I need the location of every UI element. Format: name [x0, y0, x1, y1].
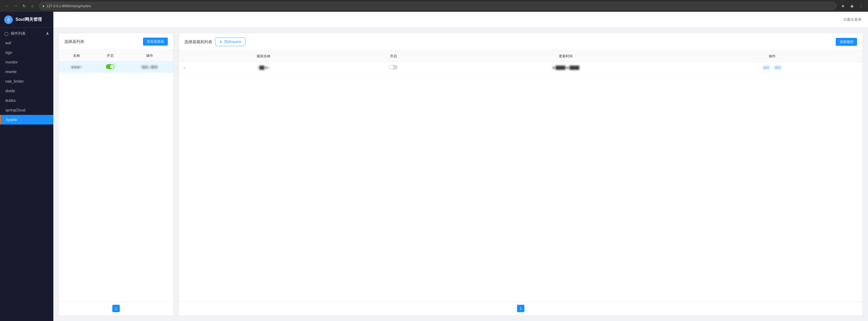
col-update-time: 更新时间 — [450, 51, 682, 62]
sidebar-item-divide[interactable]: divide — [0, 86, 53, 96]
rule-panel-title: 选择器规则列表 — [184, 39, 212, 44]
selector-toggle-cell[interactable] — [94, 62, 126, 73]
col-name: 名称 — [59, 50, 94, 62]
section-label: ◯ 插件列表 — [4, 31, 26, 36]
selector-name-blurred: ■ ■ ■ ▪ — [71, 65, 82, 69]
rule-toggle[interactable] — [389, 65, 398, 70]
rule-expand-cell[interactable]: + — [179, 62, 190, 73]
rule-table: 规则名称 开启 更新时间 操作 + — [179, 51, 862, 73]
rule-pagination: < 1 > — [179, 301, 862, 315]
rule-actions: 编辑 | 删除 — [682, 62, 862, 73]
col-rule-enabled: 开启 — [337, 51, 450, 62]
selector-table: 名称 开启 操作 ■ ■ ■ ▪ — [59, 50, 173, 73]
app-title: Soul网关管理 — [16, 17, 42, 22]
sidebar-item-monitor[interactable]: monitor — [0, 57, 53, 67]
logout-button[interactable]: G退出登录 — [844, 17, 862, 22]
plugin-list-section[interactable]: ◯ 插件列表 ∧ — [0, 28, 53, 38]
refresh-button[interactable]: ↻ — [20, 2, 28, 9]
browser-chrome: ← → ↻ ⌂ ● 127.0.0.1:9095/#/plug/hystrix … — [0, 0, 868, 12]
selector-pagination: < 1 > — [59, 301, 173, 315]
col-expand — [179, 51, 190, 62]
top-bar: G退出登录 — [53, 12, 868, 28]
bookmark-icon[interactable]: ★ — [839, 2, 847, 9]
address-bar[interactable]: ● 127.0.0.1:9095/#/plug/hystrix — [39, 2, 837, 10]
rule-prev-arrow[interactable]: < — [513, 307, 515, 310]
col-rule-name: 规则名称 — [190, 51, 337, 62]
table-row: + / ██ ■ ▪ ■ ████ ■ ████ — [179, 62, 862, 73]
rule-name-blurred: / ██ ■ ▪ — [257, 66, 270, 70]
sidebar-item-rate-limiter[interactable]: rate_limiter — [0, 76, 53, 86]
expand-icon[interactable]: + — [183, 66, 185, 70]
sync-icon: ↻ — [220, 40, 223, 44]
selector-panel-title: 选择器列表 — [64, 39, 84, 44]
menu-icon[interactable]: ⋮ — [857, 2, 865, 9]
url-text: 127.0.0.1:9095/#/plug/hystrix — [47, 4, 91, 8]
selector-table-container: 名称 开启 操作 ■ ■ ■ ▪ — [59, 50, 173, 301]
sidebar-item-hystrix[interactable]: hystrix — [0, 115, 53, 125]
rule-toggle-cell[interactable] — [337, 62, 450, 73]
main-content: G退出登录 选择器列表 添加选择器 名称 开启 操作 — [53, 12, 868, 321]
browser-nav-buttons: ← → ↻ ⌂ — [3, 2, 36, 9]
sidebar-item-dubbo[interactable]: dubbo — [0, 96, 53, 105]
logo-icon: ♁ — [4, 15, 13, 24]
add-selector-button[interactable]: 添加选择器 — [143, 38, 168, 45]
rule-time: ■ ████ ■ ████ — [450, 62, 682, 73]
rule-page-1[interactable]: 1 — [517, 305, 524, 312]
rule-name: / ██ ■ ▪ — [190, 62, 337, 73]
selector-panel-header: 选择器列表 添加选择器 — [59, 33, 173, 50]
back-button[interactable]: ← — [3, 2, 11, 9]
selector-next-arrow[interactable]: > — [122, 307, 124, 310]
col-enabled: 开启 — [94, 50, 126, 62]
selector-prev-arrow[interactable]: < — [108, 307, 110, 310]
sync-hystrix-button[interactable]: ↻ 同步hystrix — [216, 38, 245, 46]
collapse-icon: ∧ — [46, 31, 49, 36]
sidebar-item-springcloud[interactable]: springCloud — [0, 105, 53, 115]
rule-panel-header: 选择器规则列表 ↻ 同步hystrix 添加规则 — [179, 33, 862, 51]
home-button[interactable]: ⌂ — [29, 2, 36, 9]
rule-table-container: 规则名称 开启 更新时间 操作 + — [179, 51, 862, 301]
selector-actions: 编辑 | 删除 — [126, 62, 173, 73]
sidebar-item-sign[interactable]: sign — [0, 48, 53, 57]
selector-page-1[interactable]: 1 — [112, 305, 120, 312]
rule-panel: 选择器规则列表 ↻ 同步hystrix 添加规则 规则名称 — [179, 33, 863, 316]
forward-button[interactable]: → — [12, 2, 19, 9]
selector-toggle[interactable] — [106, 64, 115, 69]
lock-icon: ● — [42, 4, 44, 8]
browser-actions: ★ ◆ ⋮ — [839, 2, 865, 9]
rule-time-blurred: ■ ████ ■ ████ — [552, 66, 579, 70]
content-area: 选择器列表 添加选择器 名称 开启 操作 — [53, 28, 868, 321]
section-icon: ◯ — [4, 31, 8, 36]
add-rule-button[interactable]: 添加规则 — [836, 38, 857, 46]
extension-icon[interactable]: ◆ — [848, 2, 856, 9]
sidebar-item-rewrite[interactable]: rewrite — [0, 67, 53, 76]
selector-name: ■ ■ ■ ▪ — [59, 62, 94, 73]
selector-panel: 选择器列表 添加选择器 名称 开启 操作 — [59, 33, 174, 316]
sidebar-item-waf[interactable]: waf — [0, 38, 53, 48]
table-row: ■ ■ ■ ▪ 编辑 | 删除 — [59, 62, 173, 73]
sidebar: ♁ Soul网关管理 ◯ 插件列表 ∧ waf sign monitor rew… — [0, 12, 53, 321]
rule-next-arrow[interactable]: > — [527, 307, 528, 310]
rule-action-blurred: 编辑 | 删除 — [763, 66, 782, 70]
col-action: 操作 — [126, 50, 173, 62]
sidebar-header: ♁ Soul网关管理 — [0, 12, 53, 28]
col-rule-action: 操作 — [682, 51, 862, 62]
selector-action-blurred: 编辑 | 删除 — [142, 65, 158, 69]
